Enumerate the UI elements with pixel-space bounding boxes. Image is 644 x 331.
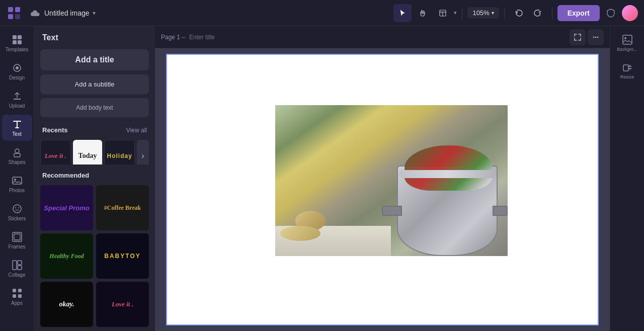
sidebar-item-shapes[interactable]: Shapes: [2, 143, 32, 169]
svg-rect-22: [13, 261, 17, 270]
resize-panel-item[interactable]: Resize: [612, 58, 642, 84]
add-title-button[interactable]: Add a title: [40, 49, 149, 70]
document-title[interactable]: Untitled image: [44, 9, 90, 17]
svg-rect-24: [18, 266, 22, 270]
sidebar-item-photos-label: Photos: [9, 188, 25, 193]
zoom-chevron-icon: ▾: [492, 10, 494, 16]
healthy-food-text: Healthy Food: [49, 253, 84, 260]
app-logo[interactable]: [6, 5, 22, 21]
text-panel: Text Add a title Add a subtitle Add body…: [34, 26, 155, 331]
sidebar-item-frames[interactable]: Frames: [2, 227, 32, 254]
special-promo-text: Special Promo: [44, 204, 89, 212]
doc-chevron-icon[interactable]: ▾: [93, 10, 96, 17]
svg-rect-25: [13, 289, 16, 292]
sidebar-item-templates-label: Templates: [6, 47, 29, 52]
canvas-tools-right: [570, 29, 604, 45]
icon-sidebar: Templates Design Upload Text: [0, 26, 34, 331]
recent-item-holiday[interactable]: Holiday: [104, 140, 135, 164]
undo-button[interactable]: [510, 4, 528, 22]
more-options-button[interactable]: [588, 29, 604, 45]
recent-love-it-text: Love it .: [45, 152, 66, 160]
recents-row: Love it . Today Holiday ›: [34, 138, 155, 164]
svg-rect-21: [14, 234, 20, 240]
sidebar-item-text-label: Text: [12, 131, 21, 137]
shield-icon[interactable]: [602, 4, 620, 22]
svg-rect-7: [13, 35, 17, 39]
select-tool-button[interactable]: [393, 4, 412, 22]
redo-button[interactable]: [529, 4, 547, 22]
canvas-food-image[interactable]: [275, 105, 508, 256]
export-button[interactable]: Export: [557, 5, 600, 21]
svg-point-17: [13, 205, 21, 213]
sidebar-item-photos[interactable]: Photos: [2, 171, 32, 197]
main-layout: Templates Design Upload Text: [0, 26, 644, 331]
undo-redo-group: [510, 4, 547, 22]
sidebar-item-stickers[interactable]: Stickers: [2, 199, 32, 225]
svg-rect-0: [8, 7, 13, 12]
recommended-special-promo[interactable]: Special Promo: [40, 185, 93, 230]
svg-rect-34: [623, 65, 628, 71]
svg-point-18: [15, 207, 16, 208]
sidebar-item-upload[interactable]: Upload: [2, 87, 32, 113]
recents-section-header: Recents View all: [34, 119, 155, 138]
add-subtitle-button[interactable]: Add a subtitle: [40, 74, 149, 94]
svg-rect-23: [18, 261, 22, 265]
svg-point-13: [15, 149, 19, 153]
recommended-healthy-food[interactable]: Healthy Food: [40, 233, 93, 279]
sidebar-item-stickers-label: Stickers: [8, 216, 26, 221]
hand-tool-button[interactable]: [414, 4, 432, 22]
sidebar-item-collage[interactable]: Collage: [2, 256, 32, 282]
canvas-toolbar: Page 1 –: [155, 26, 610, 48]
sidebar-item-text[interactable]: Text: [2, 115, 32, 141]
recommended-coffee-break[interactable]: #Coffee Break: [96, 185, 149, 230]
sidebar-item-design[interactable]: Design: [2, 58, 32, 85]
text-panel-header: Text: [34, 26, 155, 47]
recent-item-love-it[interactable]: Love it .: [40, 140, 71, 164]
love-it-2-text: Love it .: [112, 300, 133, 308]
add-body-button[interactable]: Add body text: [40, 98, 149, 117]
svg-point-33: [624, 37, 626, 39]
svg-rect-3: [15, 14, 20, 19]
canvas-area: Page 1 –: [155, 26, 610, 331]
sidebar-item-apps[interactable]: Apps: [2, 284, 32, 310]
recents-next-arrow[interactable]: ›: [137, 140, 149, 164]
recent-item-today[interactable]: Today: [73, 140, 103, 164]
background-label: Backgro...: [617, 47, 637, 52]
recent-today-text: Today: [78, 152, 97, 160]
user-avatar[interactable]: [622, 5, 638, 21]
svg-rect-28: [18, 294, 22, 298]
svg-point-30: [595, 36, 597, 38]
resize-label: Resize: [620, 74, 634, 79]
svg-rect-14: [14, 153, 20, 157]
sidebar-item-shapes-label: Shapes: [9, 159, 26, 165]
layout-tool-button[interactable]: [434, 4, 452, 22]
recommended-grid: Special Promo #Coffee Break Healthy Food…: [34, 183, 155, 331]
svg-rect-26: [18, 289, 22, 292]
recommended-babytoy[interactable]: BABYTOY: [96, 233, 149, 279]
babytoy-text: BABYTOY: [104, 253, 140, 260]
view-all-link[interactable]: View all: [126, 127, 147, 134]
svg-point-12: [16, 66, 19, 69]
enter-title-input[interactable]: [189, 34, 566, 41]
svg-point-16: [14, 179, 16, 181]
recents-label: Recents: [42, 126, 68, 134]
recommended-section-header: Recommended: [34, 164, 155, 183]
recommended-okay[interactable]: okay.: [40, 282, 93, 327]
svg-rect-27: [13, 294, 16, 298]
recommended-love-it[interactable]: Love it .: [96, 282, 149, 327]
coffee-break-text: #Coffee Break: [104, 204, 141, 212]
svg-rect-10: [18, 40, 22, 44]
layout-chevron-icon[interactable]: ▾: [454, 10, 457, 16]
svg-rect-9: [13, 40, 17, 44]
fit-screen-button[interactable]: [570, 29, 586, 45]
canvas-scroll[interactable]: [155, 48, 610, 331]
canvas-page[interactable]: [166, 54, 599, 325]
zoom-control[interactable]: 105% ▾: [467, 7, 499, 19]
sidebar-item-templates[interactable]: Templates: [2, 30, 32, 56]
sidebar-item-upload-label: Upload: [9, 103, 25, 109]
page-label: Page 1 –: [161, 34, 185, 41]
background-panel-item[interactable]: Backgro...: [612, 30, 642, 56]
cloud-save-icon: [29, 7, 41, 19]
recommended-label: Recommended: [42, 172, 89, 179]
svg-point-19: [18, 207, 19, 208]
